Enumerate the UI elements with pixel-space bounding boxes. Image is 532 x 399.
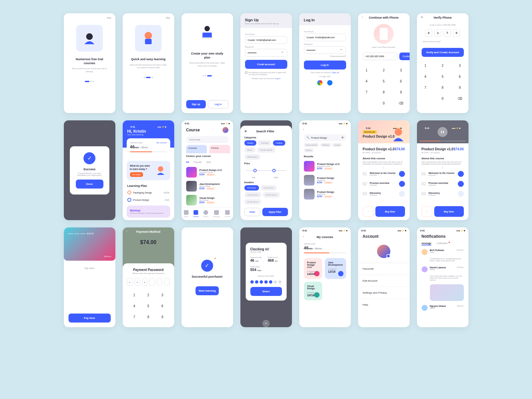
mycourse-card[interactable]: Product Design v1.0Completed14/24 <box>304 258 322 279</box>
result-item[interactable]: Product DesignWebb Kyle$25014 hours <box>299 187 351 201</box>
course-item[interactable]: Product Design v1.0Robertson Connie$1901… <box>182 165 233 179</box>
search-tag[interactable]: Painting <box>320 143 331 147</box>
chip[interactable]: Painting <box>258 140 271 146</box>
notification-item[interactable]: Bert PullmanOnline04:32 pm <box>417 246 468 258</box>
key[interactable]: 5 <box>375 76 392 87</box>
course-item[interactable]: Java DevelopmentNguyen Shane$19016 hours <box>182 179 233 193</box>
category-card[interactable]: Painting <box>209 145 230 153</box>
key[interactable]: 0 <box>375 98 392 109</box>
promo-card[interactable]: What do you want to learn today ?Get Sta… <box>127 161 170 180</box>
phone-input[interactable] <box>363 53 397 60</box>
lesson-item[interactable]: 02Process overview6:10 mins <box>422 179 464 189</box>
key[interactable]: 9 <box>155 312 169 323</box>
key[interactable]: 4 <box>358 76 375 87</box>
key[interactable]: 9 <box>392 87 410 98</box>
password-field[interactable] <box>245 49 287 57</box>
play-icon[interactable] <box>338 271 343 276</box>
forgot-password-link[interactable]: Forget password? <box>304 55 346 57</box>
avatar[interactable] <box>377 245 390 258</box>
facebook-icon[interactable] <box>327 80 332 85</box>
account-item[interactable]: Favourite <box>358 263 410 275</box>
tab-message[interactable]: message <box>422 242 432 244</box>
search-tag[interactable]: Coding <box>332 143 342 147</box>
done-button[interactable]: Done <box>76 180 103 189</box>
nav-message[interactable]: Message <box>213 210 220 217</box>
favorite-button[interactable]: ☆ <box>363 206 373 217</box>
buy-button[interactable]: Buy Now <box>434 206 464 217</box>
chip[interactable]: Music <box>244 147 256 153</box>
plan-item[interactable]: Product Design6/24 <box>123 196 174 203</box>
filter-icon[interactable]: ⚙ <box>341 136 343 139</box>
apply-button[interactable]: Apply Filter <box>262 208 288 216</box>
lesson-item[interactable]: 03Discovery6:10 mins <box>363 189 405 199</box>
key[interactable]: 4 <box>127 301 141 312</box>
lesson-item[interactable]: 02Process overview6:10 mins <box>363 179 405 189</box>
key[interactable]: 4 <box>417 71 434 82</box>
search-input[interactable]: Product Design <box>311 137 341 139</box>
key[interactable]: 1 <box>358 65 375 76</box>
key[interactable]: 3 <box>392 65 410 76</box>
pay-button[interactable]: Pay Now <box>68 314 111 323</box>
eye-icon[interactable]: 👁 <box>340 49 343 52</box>
key[interactable]: 2 <box>375 65 392 76</box>
avatar[interactable] <box>222 127 228 133</box>
terms-checkbox[interactable] <box>245 71 247 74</box>
share-button[interactable]: Share <box>250 287 282 296</box>
clear-button[interactable]: Clear <box>244 208 260 216</box>
play-icon[interactable] <box>314 292 320 298</box>
key[interactable]: 6 <box>451 71 468 82</box>
otp-digit[interactable]: 1 <box>434 29 442 37</box>
pause-icon[interactable]: ❚❚ <box>438 127 448 137</box>
chip[interactable]: 20-24 Hours <box>263 192 280 198</box>
key[interactable]: 3 <box>451 60 468 71</box>
key[interactable]: 8 <box>434 82 451 93</box>
category-card[interactable]: Language <box>186 145 207 153</box>
google-icon[interactable] <box>317 80 323 85</box>
account-item[interactable]: Settings and Privacy <box>358 287 410 299</box>
close-icon[interactable]: ✕ <box>262 320 270 327</box>
close-icon[interactable]: ✕ <box>421 16 424 19</box>
email-field[interactable] <box>245 36 287 44</box>
price-slider[interactable] <box>246 167 286 174</box>
key[interactable]: 7 <box>127 312 141 323</box>
signup-button[interactable]: Sign up <box>186 100 206 108</box>
key[interactable]: 5 <box>141 301 155 312</box>
account-item[interactable]: Help <box>358 299 410 311</box>
key[interactable]: 8 <box>141 312 155 323</box>
resend-link[interactable]: Didn't recieve code? <box>417 39 468 45</box>
play-icon[interactable] <box>399 171 405 177</box>
lesson-item[interactable]: 01Welcome to the Course6:10 mins ✓ <box>422 169 464 179</box>
nav-home[interactable]: Home <box>184 210 189 217</box>
login-button[interactable]: Log in <box>208 100 228 108</box>
tab[interactable]: All <box>186 161 189 163</box>
result-item[interactable]: Product DesignWebb Kyle$25014 hours <box>299 173 351 187</box>
chip[interactable]: Visual identity <box>257 147 275 153</box>
key[interactable]: 2 <box>141 290 155 301</box>
play-icon[interactable] <box>458 171 464 177</box>
credit-card[interactable]: •••• •••• •••• 4829 Balance <box>64 227 115 261</box>
chip[interactable]: Coding <box>273 140 285 146</box>
email-field[interactable] <box>304 34 346 41</box>
login-button[interactable]: Log In <box>304 61 346 69</box>
mycourses-link[interactable]: My courses <box>157 142 167 144</box>
chip[interactable]: 3-8 Hours <box>244 185 259 191</box>
key[interactable]: 1 <box>127 290 141 301</box>
notification-item[interactable]: Daniel LawsonOnline04:32 pm <box>417 264 468 275</box>
tab-notification[interactable]: notification <box>437 242 448 244</box>
key[interactable]: 5 <box>434 71 451 82</box>
result-item[interactable]: Product Design v1.0Robertson Connie$2501… <box>299 159 351 173</box>
search-input[interactable] <box>186 136 228 143</box>
password-field[interactable] <box>304 46 346 54</box>
key[interactable]: 9 <box>451 82 468 93</box>
back-icon[interactable]: ‹ <box>303 128 307 132</box>
notification-item[interactable]: Nguyen ShaneOffline12:00 am <box>417 302 468 314</box>
key[interactable]: 2 <box>434 60 451 71</box>
back-icon[interactable]: ‹ <box>362 16 365 19</box>
lesson-item[interactable]: 03Discovery6:10 mins <box>422 189 464 199</box>
key[interactable]: 1 <box>417 60 434 71</box>
otp-digit[interactable]: 7 <box>444 29 451 37</box>
key[interactable]: 7 <box>417 82 434 93</box>
chip[interactable]: Design <box>244 140 257 146</box>
play-icon[interactable] <box>399 181 405 187</box>
verify-button[interactable]: Verify and Create Account <box>422 48 464 57</box>
